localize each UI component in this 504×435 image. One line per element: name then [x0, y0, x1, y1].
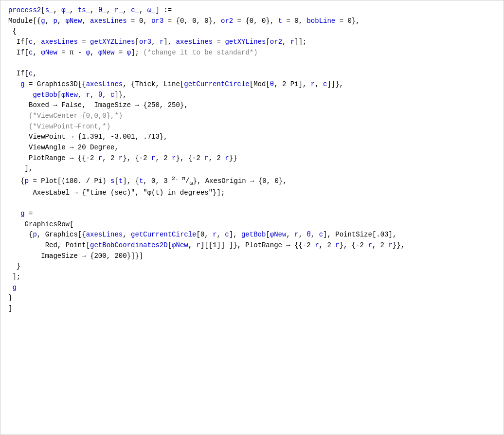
code-line-1: process2[s_, φ_, ts_, θ_, r_, c_, ω_] :=… [8, 6, 405, 312]
code-container: process2[s_, φ_, ts_, θ_, r_, c_, ω_] :=… [0, 0, 504, 435]
code-block: process2[s_, φ_, ts_, θ_, r_, c_, ω_] :=… [8, 5, 496, 314]
